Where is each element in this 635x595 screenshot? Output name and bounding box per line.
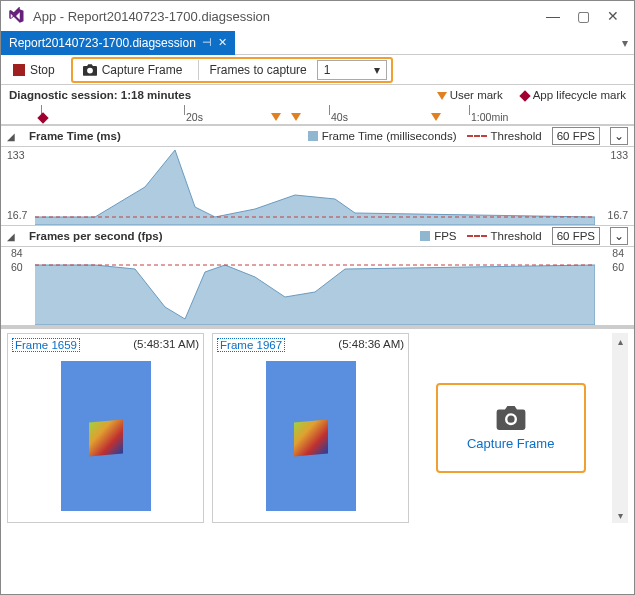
captured-frames-strip: Frame 1659 (5:48:31 AM) Frame 1967 (5:48… [1,325,634,527]
user-mark-2[interactable] [291,113,301,121]
maximize-button[interactable]: ▢ [568,5,598,27]
chart1-plot [35,147,595,225]
user-mark-3[interactable] [431,113,441,121]
chart1-fps-select[interactable]: 60 FPS [552,127,600,145]
frame-thumb-2 [217,356,404,516]
document-tab[interactable]: Report20140723-1700.diagsession ⊣ ✕ [1,31,235,55]
stop-label: Stop [30,63,55,77]
capture-frame-label: Capture Frame [467,436,554,451]
frame-link-2[interactable]: Frame 1967 [217,338,285,352]
frames-to-capture-label: Frames to capture [209,63,306,77]
ruler-tick-20s: 20s [186,111,203,123]
user-mark-1[interactable] [271,113,281,121]
chart1-collapse-icon[interactable]: ◢ [7,131,19,142]
stop-icon [13,64,25,76]
chart2-collapse-icon[interactable]: ◢ [7,231,19,242]
toolbar-divider [198,60,199,80]
camera-icon [496,406,526,430]
app-mark-icon [519,90,530,101]
capture-toolbar-highlight: Capture Frame Frames to capture 1 ▾ [71,57,393,83]
ruler-tick-60s: 1:00min [471,111,508,123]
capture-frame-card: Capture Frame [417,333,604,523]
dropdown-icon: ▾ [374,63,380,77]
frame-time-2: (5:48:36 AM) [338,338,404,352]
capture-label: Capture Frame [102,63,183,77]
fps-chart[interactable]: 84 60 84 60 [1,247,634,325]
chart2-series-legend: FPS [420,230,456,242]
chart2-header: ◢ Frames per second (fps) FPS Threshold … [1,225,634,247]
frames-to-capture-input[interactable]: 1 ▾ [317,60,387,80]
frame-thumb-1 [12,356,199,516]
chart1-header: ◢ Frame Time (ms) Frame Time (millisecon… [1,125,634,147]
app-mark-legend: App lifecycle mark [521,89,626,101]
frame-time-1: (5:48:31 AM) [133,338,199,352]
scroll-down-icon[interactable]: ▾ [618,507,623,523]
vs-logo-icon [7,7,25,25]
frame-time-chart[interactable]: 133 16.7 133 16.7 [1,147,634,225]
chart2-fps-dropdown-icon[interactable]: ⌄ [610,227,628,245]
capture-frame-button[interactable]: Capture Frame [77,59,189,81]
chart1-series-legend: Frame Time (milliseconds) [308,130,457,142]
chart1-fps-dropdown-icon[interactable]: ⌄ [610,127,628,145]
tab-close-icon[interactable]: ✕ [218,36,227,49]
chart2-fps-select[interactable]: 60 FPS [552,227,600,245]
user-mark-legend: User mark [437,89,503,101]
diagnostic-session-label: Diagnostic session: 1:18 minutes [9,89,191,101]
timeline-ruler[interactable]: 20s 40s 1:00min [1,105,634,125]
diagnostic-info-row: Diagnostic session: 1:18 minutes User ma… [1,85,634,105]
frame-link-1[interactable]: Frame 1659 [12,338,80,352]
chart2-title: Frames per second (fps) [29,230,410,242]
titlebar: App - Report20140723-1700.diagsession — … [1,1,634,31]
tabbar-menu-icon[interactable]: ▾ [622,36,634,50]
document-tabbar: Report20140723-1700.diagsession ⊣ ✕ ▾ [1,31,634,55]
chart2-threshold-legend: Threshold [467,230,542,242]
camera-icon [83,64,97,76]
pin-icon[interactable]: ⊣ [202,36,212,49]
frame-card-2[interactable]: Frame 1967 (5:48:36 AM) [212,333,409,523]
capture-frame-tile[interactable]: Capture Frame [436,383,586,473]
toolbar: Stop Capture Frame Frames to capture 1 ▾ [1,55,634,85]
window-title: App - Report20140723-1700.diagsession [33,9,538,24]
app-mark-1[interactable] [37,112,48,123]
ruler-tick-40s: 40s [331,111,348,123]
tab-label: Report20140723-1700.diagsession [9,36,196,50]
frames-scrollbar[interactable]: ▴ ▾ [612,333,628,523]
chart1-title: Frame Time (ms) [29,130,298,142]
minimize-button[interactable]: — [538,5,568,27]
scroll-up-icon[interactable]: ▴ [618,333,623,349]
chart1-threshold-legend: Threshold [467,130,542,142]
close-button[interactable]: ✕ [598,5,628,27]
chart2-plot [35,247,595,325]
stop-button[interactable]: Stop [7,59,61,81]
frames-value: 1 [324,63,331,77]
frame-card-1[interactable]: Frame 1659 (5:48:31 AM) [7,333,204,523]
user-mark-icon [437,92,447,100]
